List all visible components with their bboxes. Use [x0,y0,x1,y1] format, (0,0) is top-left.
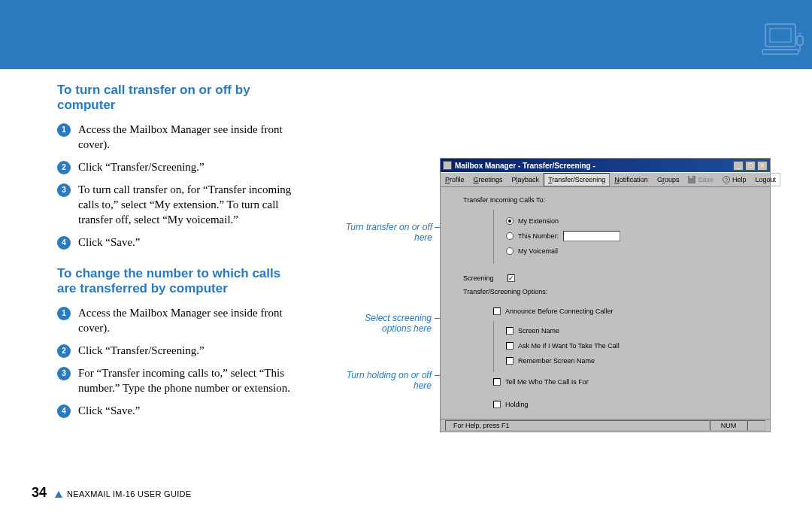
toolbar-transfer-screening[interactable]: Transfer/Screening [544,173,610,186]
number-input[interactable] [563,231,620,241]
step-bullet: 3 [57,183,71,197]
guide-name: NEAXMAIL IM-16 USER GUIDE [67,489,191,498]
option-remember-screen-name[interactable]: Remember Screen Name [506,354,759,368]
step-bullet: 1 [57,123,71,137]
steps-list-2: 1Access the Mailbox Manager see inside f… [57,305,299,418]
minimize-button[interactable]: _ [733,161,744,171]
step-bullet: 4 [57,236,71,250]
status-bar: For Help, press F1 NUM [441,419,770,432]
callout-screening: Select screening options here [341,313,432,334]
option-tell-who[interactable]: Tell Me Who The Call Is For [493,375,759,389]
mailbox-manager-window: Mailbox Manager - Transfer/Screening - _… [440,158,771,432]
window-title: Mailbox Manager - Transfer/Screening - [455,162,733,170]
toolbar-profile[interactable]: Profile [441,173,469,186]
steps-list-1: 1Access the Mailbox Manager see inside f… [57,122,299,250]
step-text: Click “Transfer/Screening.” [78,159,299,174]
floppy-icon [688,176,695,183]
step-text: Click “Save.” [78,235,299,250]
app-icon [443,161,452,170]
toolbar-notification[interactable]: Notification [610,173,653,186]
toolbar: Profile Greetings Playback Transfer/Scre… [441,172,770,187]
step-bullet: 2 [57,161,71,174]
status-empty [747,420,765,431]
step-text: Click “Transfer/Screening.” [78,343,299,358]
callout-transfer: Turn transfer on or off here [331,222,432,243]
header-band [0,0,812,69]
screening-label: Screening [463,274,494,282]
step-text: To turn call transfer on, for “Transfer … [78,182,299,227]
svg-rect-3 [797,36,803,45]
screening-checkbox[interactable]: ✓ [508,274,515,282]
option-announce[interactable]: Announce Before Connecting Caller [493,304,759,318]
options-label: Transfer/Screening Options: [463,288,759,295]
heading-call-transfer: To turn call transfer on or off by compu… [57,83,299,113]
toolbar-help[interactable]: ?Help [718,173,751,186]
step-bullet: 1 [57,307,71,320]
maximize-button[interactable]: □ [745,161,756,171]
page-footer: 34 NEAXMAIL IM-16 USER GUIDE [32,485,191,498]
close-button[interactable]: × [757,161,768,171]
radio-my-extension[interactable]: My Extension [506,214,759,228]
status-help-text: For Help, press F1 [445,420,710,431]
toolbar-playback[interactable]: Playback [508,173,544,186]
svg-rect-1 [770,29,791,42]
callout-text: Turn holding on or off here [347,370,432,391]
heading-change-number: To change the number to which calls are … [57,266,299,296]
callout-text: Turn transfer on or off here [346,222,432,243]
svg-rect-2 [762,50,798,54]
radio-this-number[interactable]: This Number: [506,229,759,243]
step-text: For “Transfer incoming calls to,” select… [78,365,299,395]
step-text: Access the Mailbox Manager see inside fr… [78,122,299,152]
step-bullet: 4 [57,404,71,418]
radio-my-voicemail[interactable]: My Voicemail [506,244,759,258]
titlebar: Mailbox Manager - Transfer/Screening - _… [441,159,770,172]
computer-icon [761,21,806,62]
toolbar-groups[interactable]: Groups [653,173,684,186]
callout-text: Select screening options here [365,313,432,334]
holding-checkbox-row[interactable]: Holding [493,398,759,411]
toolbar-save[interactable]: Save [683,173,718,186]
callout-holding: Turn holding on or off here [335,370,432,391]
option-ask-take-call[interactable]: Ask Me If I Want To Take The Call [506,339,759,353]
step-bullet: 3 [57,367,71,380]
step-text: Access the Mailbox Manager see inside fr… [78,305,299,335]
toolbar-greetings[interactable]: Greetings [469,173,508,186]
option-screen-name[interactable]: Screen Name [506,324,759,338]
status-num: NUM [710,420,747,431]
svg-point-4 [799,33,801,35]
step-bullet: 2 [57,344,71,358]
help-icon: ? [723,176,730,183]
transfer-group-label: Transfer Incoming Calls To: [463,196,759,204]
page-number: 34 [32,485,47,501]
triangle-icon [55,491,62,498]
toolbar-logout[interactable]: Logout [750,173,780,186]
step-text: Click “Save.” [78,403,299,418]
